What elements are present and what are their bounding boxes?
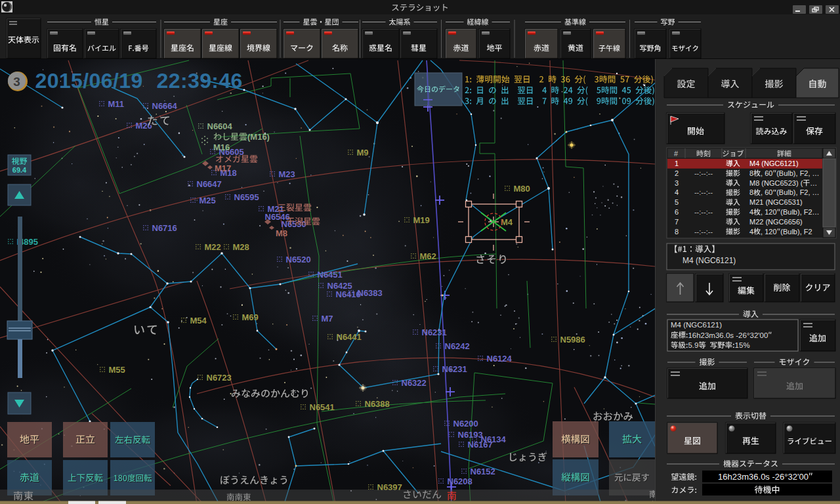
svg-text:, 60: , 60 bbox=[761, 169, 772, 177]
svg-text:M4 (NGC6121): M4 (NGC6121) bbox=[682, 256, 736, 265]
svg-text:, 120: , 120 bbox=[761, 208, 776, 216]
svg-text:4: 4 bbox=[749, 208, 753, 216]
svg-text:M54: M54 bbox=[190, 316, 207, 326]
svg-text:8: 8 bbox=[749, 169, 753, 177]
svg-text:M4 (NGC6121): M4 (NGC6121) bbox=[749, 159, 799, 167]
svg-text:--:--:--: --:--:-- bbox=[694, 208, 713, 216]
svg-text:M4: M4 bbox=[501, 217, 513, 227]
svg-text:16h23m36.0s -26°32'00: 16h23m36.0s -26°32'00 bbox=[718, 472, 808, 482]
svg-text:M19: M19 bbox=[413, 215, 430, 225]
svg-text:M28: M28 bbox=[233, 242, 249, 252]
svg-text:4: 4 bbox=[749, 228, 753, 236]
svg-text:3: 3 bbox=[675, 179, 679, 187]
svg-text:(Bulb), F2: (Bulb), F2 bbox=[780, 228, 812, 236]
svg-text:3: 3 bbox=[13, 75, 20, 89]
svg-text:69.4: 69.4 bbox=[12, 166, 27, 174]
svg-text:N6664: N6664 bbox=[152, 101, 178, 111]
svg-text:N6322: N6322 bbox=[402, 378, 427, 388]
svg-text:M62: M62 bbox=[420, 251, 436, 261]
svg-text:5.9: 5.9 bbox=[688, 341, 698, 349]
svg-text:1: 1 bbox=[675, 159, 679, 167]
svg-text:N6541: N6541 bbox=[310, 402, 335, 412]
svg-text:--:--:--: --:--:-- bbox=[694, 228, 713, 236]
svg-text:N6231: N6231 bbox=[442, 364, 467, 374]
svg-text:N6193: N6193 bbox=[458, 430, 483, 440]
svg-text:5: 5 bbox=[675, 198, 679, 206]
svg-text:N6200: N6200 bbox=[453, 419, 478, 429]
svg-text:M22 (NGC6656): M22 (NGC6656) bbox=[749, 218, 803, 226]
svg-text:N6451: N6451 bbox=[318, 270, 343, 280]
svg-text:2: 2 bbox=[675, 169, 679, 177]
svg-text:N6152: N6152 bbox=[471, 467, 495, 476]
svg-text:M16: M16 bbox=[213, 142, 230, 152]
svg-text:M80: M80 bbox=[514, 184, 530, 194]
svg-text:#: # bbox=[674, 150, 679, 158]
svg-text:N6595: N6595 bbox=[234, 192, 259, 202]
svg-text:7: 7 bbox=[675, 218, 679, 226]
svg-text:M8: M8 bbox=[276, 228, 287, 238]
svg-text:M21 (NGC6531): M21 (NGC6531) bbox=[749, 198, 803, 206]
svg-text:8: 8 bbox=[675, 228, 679, 236]
svg-text:N6388: N6388 bbox=[365, 399, 390, 409]
svg-text:M17: M17 bbox=[215, 163, 231, 173]
svg-text:N6383: N6383 bbox=[358, 288, 383, 298]
svg-text:N6723: N6723 bbox=[207, 373, 232, 383]
svg-text:(Bulb), F2…: (Bulb), F2… bbox=[780, 208, 819, 216]
svg-text:--:--:--: --:--:-- bbox=[694, 188, 713, 196]
svg-text:N6167: N6167 bbox=[468, 440, 493, 450]
svg-text:N6231: N6231 bbox=[422, 327, 447, 337]
svg-text:M9: M9 bbox=[357, 148, 369, 158]
svg-text:N6242: N6242 bbox=[445, 341, 470, 351]
svg-text:4: 4 bbox=[675, 188, 679, 196]
svg-text:N6124: N6124 bbox=[487, 354, 513, 364]
svg-text:6: 6 bbox=[675, 208, 679, 216]
svg-text:M69: M69 bbox=[242, 312, 259, 322]
svg-text:M22: M22 bbox=[205, 242, 221, 252]
svg-text:N5986: N5986 bbox=[560, 335, 585, 345]
svg-text:…: … bbox=[810, 179, 817, 187]
svg-text:8: 8 bbox=[749, 188, 753, 196]
svg-text:15%: 15% bbox=[735, 341, 750, 349]
svg-text:16h23m36.0s -26°32'00: 16h23m36.0s -26°32'00 bbox=[688, 331, 768, 339]
svg-text:--:--:--: --:--:-- bbox=[694, 169, 713, 177]
svg-text:, 120: , 120 bbox=[761, 228, 776, 236]
svg-text:M8 (NGC6523) (: M8 (NGC6523) ( bbox=[749, 179, 803, 187]
svg-text:M55: M55 bbox=[109, 365, 125, 375]
svg-text:, 60: , 60 bbox=[761, 188, 772, 196]
svg-text:M23: M23 bbox=[279, 169, 295, 179]
svg-text:M25: M25 bbox=[200, 196, 216, 205]
svg-text:M11: M11 bbox=[108, 99, 125, 109]
svg-text:N6604: N6604 bbox=[207, 121, 233, 131]
svg-text:N6647: N6647 bbox=[197, 179, 222, 189]
svg-text:N6208: N6208 bbox=[448, 476, 472, 486]
svg-text:(Bulb), F2, …: (Bulb), F2, … bbox=[776, 169, 819, 177]
svg-text:N6441: N6441 bbox=[337, 332, 362, 342]
svg-text:(M16): (M16) bbox=[247, 132, 270, 142]
svg-text:M4 (NGC6121): M4 (NGC6121) bbox=[671, 321, 722, 329]
svg-text:2015/06/19: 2015/06/19 bbox=[35, 69, 143, 93]
svg-text:22:39:46: 22:39:46 bbox=[157, 69, 243, 93]
svg-text:(Bulb), F2, …: (Bulb), F2, … bbox=[776, 188, 819, 196]
svg-text:M7: M7 bbox=[322, 314, 333, 324]
svg-text:N6716: N6716 bbox=[152, 223, 177, 233]
svg-text:N6520: N6520 bbox=[286, 255, 311, 264]
